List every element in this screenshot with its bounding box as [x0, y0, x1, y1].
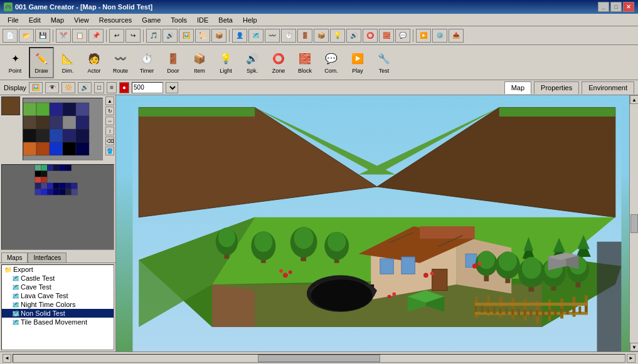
menu-map[interactable]: Map: [46, 15, 69, 25]
tree-root-export[interactable]: 📁 Export: [2, 265, 114, 274]
display-toggle-2[interactable]: 👁️: [45, 82, 59, 93]
redo-button[interactable]: ↪: [125, 29, 141, 43]
tileset-panel[interactable]: [23, 98, 103, 160]
zoom-input[interactable]: 500: [132, 82, 163, 93]
tab-maps[interactable]: Maps: [1, 252, 28, 263]
settings-btn[interactable]: ⚙️: [432, 29, 447, 43]
menu-view[interactable]: View: [69, 15, 94, 25]
tool-spk[interactable]: 🔊 Spk.: [240, 47, 265, 78]
save-button[interactable]: 💾: [35, 29, 50, 43]
paste-button[interactable]: 📌: [88, 29, 104, 43]
svg-rect-71: [380, 259, 393, 274]
door-btn2[interactable]: 🚪: [297, 29, 312, 43]
tile-grid[interactable]: [1, 164, 114, 250]
menu-tools[interactable]: Tools: [166, 15, 192, 25]
tree-item-tile-based[interactable]: 🗺️ Tile Based Movement: [2, 318, 114, 326]
tool-route[interactable]: 〰️ Route: [108, 47, 133, 78]
scroll-right-arrow[interactable]: ►: [627, 354, 635, 363]
minimize-button[interactable]: _: [598, 2, 609, 12]
tool-item[interactable]: 📦 Item: [187, 47, 212, 78]
display-toggle-6[interactable]: ≡: [107, 82, 117, 93]
tab-environment[interactable]: Environment: [582, 81, 634, 94]
map-btn2[interactable]: 🗺️: [248, 29, 263, 43]
display-toggle-3[interactable]: 🔆: [61, 82, 75, 93]
play-btn2[interactable]: ▶️: [416, 29, 431, 43]
tab-interfaces[interactable]: Interfaces: [28, 252, 66, 263]
horizontal-scrollbar[interactable]: ◄ ►: [3, 354, 635, 363]
scroll-left-arrow[interactable]: ◄: [3, 354, 11, 363]
tree-item-cave-test[interactable]: 🗺️ Cave Test: [2, 283, 114, 291]
tab-map[interactable]: Map: [504, 81, 531, 94]
item-btn2[interactable]: 📦: [314, 29, 329, 43]
tree-item-night-time[interactable]: 🗺️ Night Time Colors: [2, 300, 114, 309]
door-label: Door: [167, 68, 179, 74]
undo-button[interactable]: ↩: [109, 29, 124, 43]
erase-button[interactable]: ⌫: [105, 137, 114, 145]
tree-item-lava-cave[interactable]: 🗺️ Lava Cave Test: [2, 291, 114, 300]
scroll-up-arrow[interactable]: ▲: [630, 95, 638, 104]
display-toggle-4[interactable]: 🔊: [78, 82, 92, 93]
tool-draw[interactable]: ✏️ Draw: [29, 47, 54, 78]
scroll-up-button[interactable]: ▲: [105, 96, 114, 105]
cut-button[interactable]: ✂️: [56, 29, 71, 43]
tab-properties[interactable]: Properties: [534, 81, 579, 94]
svg-point-92: [499, 251, 517, 271]
tool-zone[interactable]: ⭕ Zone: [266, 47, 291, 78]
draw-label: Draw: [35, 68, 48, 74]
export-btn[interactable]: 📤: [449, 29, 464, 43]
flip-v-button[interactable]: ↕: [105, 127, 114, 135]
light-btn2[interactable]: 💡: [330, 29, 345, 43]
block-btn2[interactable]: 🧱: [379, 29, 394, 43]
open-button[interactable]: 📂: [19, 29, 34, 43]
tool-block[interactable]: 🧱 Block: [292, 47, 317, 78]
sound-button[interactable]: 🔊: [162, 29, 178, 43]
menu-ide[interactable]: IDE: [192, 15, 213, 25]
scroll-thumb[interactable]: [630, 214, 638, 233]
actor-btn[interactable]: 👤: [232, 29, 247, 43]
script-button[interactable]: 📜: [195, 29, 210, 43]
zoom-dropdown[interactable]: ▼: [166, 82, 178, 93]
resources-button[interactable]: 📦: [211, 29, 226, 43]
com-btn2[interactable]: 💬: [395, 29, 410, 43]
right-scrollbar[interactable]: ▲ ▼: [629, 95, 638, 351]
zone-btn2[interactable]: ⭕: [363, 29, 378, 43]
new-button[interactable]: 📄: [3, 29, 18, 43]
menu-file[interactable]: File: [3, 15, 24, 25]
flip-h-button[interactable]: ↔: [105, 117, 114, 125]
maximize-button[interactable]: □: [610, 2, 622, 12]
rotate-button[interactable]: ↻: [105, 107, 114, 115]
bucket-button[interactable]: 🪣: [105, 147, 114, 155]
display-toggle-7[interactable]: ●: [119, 82, 129, 93]
display-toggle-5[interactable]: □: [94, 82, 104, 93]
tool-com[interactable]: 💬 Com.: [319, 47, 344, 78]
horizontal-thumb[interactable]: [258, 355, 380, 362]
tool-point[interactable]: ✦ Point: [3, 47, 28, 78]
menu-resources[interactable]: Resources: [94, 15, 137, 25]
menu-help[interactable]: Help: [238, 15, 262, 25]
menu-game[interactable]: Game: [137, 15, 166, 25]
tool-actor[interactable]: 🧑 Actor: [82, 47, 107, 78]
display-toggle-1[interactable]: 🖼️: [29, 82, 43, 93]
canvas-area[interactable]: ▲ ▼: [116, 95, 638, 351]
menu-beta[interactable]: Beta: [213, 15, 238, 25]
music-button[interactable]: 🎵: [146, 29, 161, 43]
tree-panel[interactable]: 📁 Export 🗺️ Castle Test 🗺️ Cave Test 🗺️ …: [1, 264, 114, 350]
menu-edit[interactable]: Edit: [24, 15, 46, 25]
image-button[interactable]: 🖼️: [179, 29, 194, 43]
tool-light[interactable]: 💡 Light: [213, 47, 238, 78]
route-btn2[interactable]: 〰️: [265, 29, 280, 43]
tree-item-castle-test[interactable]: 🗺️ Castle Test: [2, 274, 114, 283]
point-label: Point: [9, 68, 22, 74]
tool-play[interactable]: ▶️ Play: [345, 47, 370, 78]
game-canvas: [116, 95, 638, 351]
scroll-down-arrow[interactable]: ▼: [630, 343, 638, 351]
tool-dim[interactable]: 📐 Dim.: [55, 47, 80, 78]
tree-item-non-solid[interactable]: 🗺️ Non Solid Test: [2, 309, 114, 318]
close-button[interactable]: ✕: [623, 2, 634, 12]
tool-timer[interactable]: ⏱️ Timer: [134, 47, 159, 78]
copy-button[interactable]: 📋: [72, 29, 87, 43]
tool-test[interactable]: 🔧 Test: [371, 47, 396, 78]
tool-door[interactable]: 🚪 Door: [161, 47, 186, 78]
speaker-btn2[interactable]: 🔊: [346, 29, 361, 43]
timer-btn2[interactable]: ⏱️: [281, 29, 296, 43]
